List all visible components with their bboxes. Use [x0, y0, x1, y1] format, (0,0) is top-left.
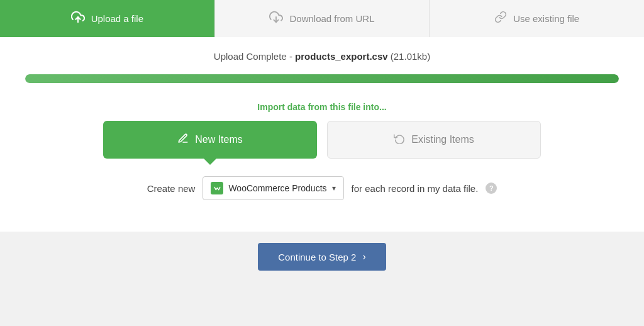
progress-bar-fill [25, 74, 619, 83]
upload-size: (21.01kb) [391, 51, 430, 62]
woocommerce-icon [211, 182, 223, 194]
pencil-icon [177, 133, 189, 147]
upload-status: Upload Complete - products_export.csv (2… [0, 37, 644, 68]
woocommerce-label: WooCommerce Products [228, 183, 326, 193]
chevron-right-icon: › [362, 251, 365, 262]
tab-upload-label: Upload a file [91, 13, 143, 24]
existing-items-label: Existing Items [411, 134, 474, 145]
new-items-button[interactable]: New Items [103, 121, 317, 159]
dropdown-arrow-icon: ▾ [332, 184, 336, 193]
create-row: Create new WooCommerce Products ▾ for ea… [25, 176, 619, 200]
continue-button[interactable]: Continue to Step 2 › [258, 243, 386, 271]
upload-filename: products_export.csv [295, 51, 388, 62]
import-options: New Items Existing Items [25, 121, 619, 159]
continue-label: Continue to Step 2 [278, 252, 356, 262]
tab-existing[interactable]: Use existing file [429, 0, 644, 37]
upload-status-text: Upload Complete - [214, 51, 295, 62]
download-cloud-icon [269, 10, 283, 27]
link-icon [494, 11, 507, 26]
existing-items-button[interactable]: Existing Items [327, 121, 541, 159]
progress-bar-container [25, 74, 619, 83]
tab-download[interactable]: Download from URL [214, 0, 430, 37]
tab-download-label: Download from URL [289, 13, 374, 24]
tab-row: Upload a file Download from URL Use exis… [0, 0, 644, 37]
main-card: Upload a file Download from URL Use exis… [0, 0, 644, 232]
history-icon [394, 133, 405, 147]
help-icon[interactable]: ? [486, 183, 497, 194]
tab-upload[interactable]: Upload a file [0, 0, 214, 37]
upload-icon [71, 10, 85, 27]
new-items-label: New Items [195, 134, 243, 145]
import-section: Import data from this file into... New I… [0, 96, 644, 213]
record-suffix: for each record in my data file. [352, 183, 479, 194]
create-prefix: Create new [147, 183, 196, 194]
import-label: Import data from this file into... [25, 102, 619, 112]
footer-bar: Continue to Step 2 › [0, 232, 644, 282]
tab-existing-label: Use existing file [513, 13, 579, 24]
woocommerce-dropdown[interactable]: WooCommerce Products ▾ [203, 176, 343, 200]
